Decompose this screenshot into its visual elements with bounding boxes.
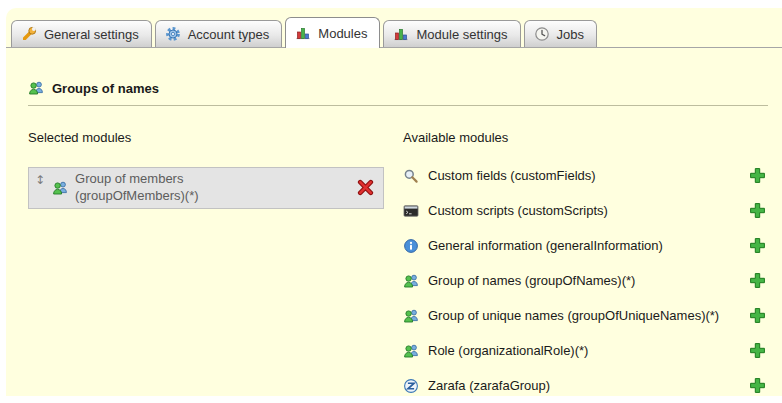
tab-bar: General settings Account types	[6, 8, 782, 48]
available-modules-heading: Available modules	[403, 130, 768, 145]
tab-jobs[interactable]: Jobs	[524, 20, 597, 47]
plus-icon	[749, 307, 766, 324]
add-module-button[interactable]	[749, 377, 766, 394]
remove-module-button[interactable]	[357, 179, 375, 197]
group-icon	[28, 80, 44, 96]
magnifier-icon	[403, 168, 419, 184]
wrench-icon	[21, 26, 37, 42]
available-module-label: Custom fields (customFields)	[428, 168, 740, 183]
selected-modules-heading: Selected modules	[28, 130, 403, 145]
add-module-button[interactable]	[749, 307, 766, 324]
tab-label: General settings	[44, 27, 139, 42]
settings-panel: General settings Account types	[6, 8, 782, 396]
available-module-row: Custom scripts (customScripts)	[403, 193, 768, 228]
section-header: Groups of names	[28, 80, 768, 96]
plus-icon	[749, 272, 766, 289]
bar-chart-icon	[393, 26, 409, 42]
plus-icon	[749, 202, 766, 219]
clock-icon	[534, 26, 550, 42]
tab-label: Modules	[318, 26, 367, 41]
page-title: Groups of names	[52, 81, 159, 96]
group-icon	[403, 273, 419, 289]
selected-modules-column: Selected modules ↕ Group of members (gro…	[28, 130, 403, 403]
drag-handle-icon[interactable]: ↕	[35, 174, 45, 186]
selected-module-label: Group of members (groupOfMembers)(*)	[75, 171, 237, 205]
tab-label: Account types	[188, 27, 270, 42]
tab-label: Module settings	[416, 27, 507, 42]
tab-account-types[interactable]: Account types	[155, 20, 283, 47]
group-icon	[52, 180, 68, 196]
info-icon	[403, 238, 419, 254]
add-module-button[interactable]	[749, 342, 766, 359]
add-module-button[interactable]	[749, 237, 766, 254]
available-module-label: Group of unique names (groupOfUniqueName…	[428, 308, 740, 323]
available-module-row: General information (generalInformation)	[403, 228, 768, 263]
plus-icon	[749, 377, 766, 394]
available-modules-column: Available modules Custom fields (customF…	[403, 130, 768, 403]
tab-label: Jobs	[557, 27, 584, 42]
add-module-button[interactable]	[749, 272, 766, 289]
gear-icon	[165, 26, 181, 42]
section-divider	[28, 105, 768, 106]
group-icon	[403, 308, 419, 324]
plus-icon	[749, 167, 766, 184]
tab-module-settings[interactable]: Module settings	[383, 20, 520, 47]
tab-general-settings[interactable]: General settings	[11, 20, 152, 47]
available-module-label: Custom scripts (customScripts)	[428, 203, 740, 218]
plus-icon	[749, 237, 766, 254]
add-module-button[interactable]	[749, 202, 766, 219]
bar-chart-icon	[295, 25, 311, 41]
delete-icon	[357, 179, 375, 196]
add-module-button[interactable]	[749, 167, 766, 184]
available-module-row: Role (organizationalRole)(*)	[403, 333, 768, 368]
available-module-label: Zarafa (zarafaGroup)	[428, 378, 740, 393]
available-module-row: Group of names (groupOfNames)(*)	[403, 263, 768, 298]
group-icon	[403, 343, 419, 359]
tab-modules[interactable]: Modules	[285, 17, 380, 48]
zarafa-icon	[403, 378, 419, 394]
terminal-icon	[403, 203, 419, 219]
selected-module-row[interactable]: ↕ Group of members (groupOfMembers)(*)	[28, 167, 384, 209]
available-module-label: Group of names (groupOfNames)(*)	[428, 273, 740, 288]
available-module-label: Role (organizationalRole)(*)	[428, 343, 740, 358]
available-module-row: Zarafa (zarafaGroup)	[403, 368, 768, 403]
available-module-label: General information (generalInformation)	[428, 238, 740, 253]
modules-tab-content: Groups of names Selected modules ↕	[6, 80, 782, 403]
available-module-row: Group of unique names (groupOfUniqueName…	[403, 298, 768, 333]
plus-icon	[749, 342, 766, 359]
available-module-row: Custom fields (customFields)	[403, 158, 768, 193]
